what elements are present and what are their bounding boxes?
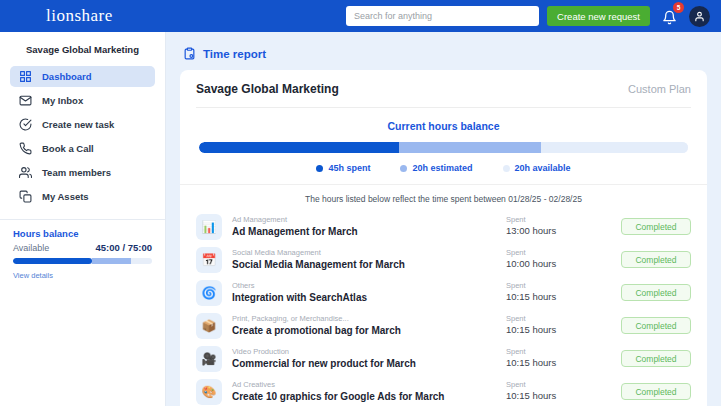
notifications-button[interactable]: 5 [662,7,680,25]
sidebar-item-my-inbox[interactable]: My Inbox [10,90,155,111]
status-badge: Completed [621,284,691,301]
sidebar-item-label: My Assets [42,191,89,202]
status-badge: Completed [621,218,691,235]
status-badge: Completed [621,350,691,367]
legend-label: 20h available [515,163,571,173]
hours-balance-title: Hours balance [13,228,152,239]
sidebar-item-label: Dashboard [42,71,92,82]
spent-label: Spent [506,281,621,291]
legend-item: 20h estimated [400,163,472,173]
task-row[interactable]: 🌀 Others Integration with SearchAtlas Sp… [196,279,691,306]
task-category: Social Media Management [232,248,506,258]
balance-title: Current hours balance [196,120,691,132]
task-category-icon: 📦 [196,313,222,339]
sidebar: Savage Global Marketing Dashboard My Inb… [0,32,166,406]
bar-segment-available [541,142,688,153]
dashboard-icon [19,70,32,83]
spent-value: 13:00 hours [506,225,621,237]
task-category-icon: 📅 [196,247,222,273]
hours-balance-bar [199,142,688,153]
sidebar-item-label: Create new task [42,119,114,130]
available-label: Available [13,243,49,253]
task-title: Ad Management for March [232,225,506,238]
sidebar-item-label: Team members [42,167,111,178]
legend-item: 20h available [503,163,571,173]
task-category: Video Production [232,347,506,357]
task-row[interactable]: 📅 Social Media Management Social Media M… [196,246,691,273]
task-category: Others [232,281,506,291]
task-category-icon: 🎨 [196,379,222,405]
spent-value: 10:15 hours [506,357,621,369]
task-title: Integration with SearchAtlas [232,291,506,304]
task-title: Create a promotional bag for March [232,324,506,337]
sidebar-item-dashboard[interactable]: Dashboard [10,66,155,87]
task-row[interactable]: 🎨 Ad Creatives Create 10 graphics for Go… [196,378,691,405]
card-header: Savage Global Marketing Custom Plan [196,70,691,108]
assets-icon [19,190,32,203]
status-badge: Completed [621,317,691,334]
workspace-title: Savage Global Marketing [0,38,165,66]
divider [180,184,707,185]
task-row[interactable]: 📊 Ad Management Ad Management for March … [196,213,691,240]
task-category-icon: 📊 [196,214,222,240]
task-row[interactable]: 🎥 Video Production Commercial for new pr… [196,345,691,372]
create-new-request-button[interactable]: Create new request [547,6,650,26]
task-row[interactable]: 📦 Print, Packaging, or Merchandise... Cr… [196,312,691,339]
sidebar-item-label: Book a Call [42,143,94,154]
inbox-icon [19,94,32,107]
page-title: Time report [183,47,707,60]
view-details-link[interactable]: View details [13,271,53,280]
hours-progress-bar [13,258,152,264]
user-avatar[interactable] [689,6,710,27]
legend-label: 20h estimated [412,163,472,173]
spent-value: 10:15 hours [506,324,621,336]
date-range-note: The hours listed below reflect the time … [196,194,691,204]
main-content: Time report Savage Global Marketing Cust… [166,32,721,406]
sidebar-item-team-members[interactable]: Team members [10,162,155,183]
task-category: Ad Creatives [232,380,506,390]
app-window: lionshare Create new request 5 Savage Gl… [0,0,721,406]
spent-label: Spent [506,248,621,258]
sidebar-item-my-assets[interactable]: My Assets [10,186,155,207]
task-category-icon: 🎥 [196,346,222,372]
task-category-icon: 🌀 [196,280,222,306]
task-title: Commercial for new product for March [232,357,506,370]
hours-balance-widget: Hours balance Available 45:00 / 75:00 Vi… [0,219,165,290]
sidebar-item-book-a-call[interactable]: Book a Call [10,138,155,159]
phone-icon [19,142,32,155]
plan-label: Custom Plan [628,83,691,95]
task-title: Create 10 graphics for Google Ads for Ma… [232,390,506,403]
hours-progress-spent [13,258,92,264]
client-name: Savage Global Marketing [196,82,339,96]
legend-dot-icon [316,165,323,172]
spent-value: 10:15 hours [506,291,621,303]
legend-label: 45h spent [328,163,370,173]
spent-label: Spent [506,380,621,390]
legend-dot-icon [503,165,510,172]
check-circle-icon [19,118,32,131]
top-bar: lionshare Create new request 5 [0,0,721,32]
sidebar-item-create-new-task[interactable]: Create new task [10,114,155,135]
search-input[interactable] [346,6,539,26]
legend-dot-icon [400,165,407,172]
sidebar-item-label: My Inbox [42,95,83,106]
hours-progress-estimated [92,258,131,264]
legend-item: 45h spent [316,163,370,173]
spent-value: 10:15 hours [506,390,621,402]
task-list: 📊 Ad Management Ad Management for March … [196,213,691,405]
status-badge: Completed [621,383,691,400]
task-category: Print, Packaging, or Merchandise... [232,314,506,324]
time-report-icon [183,47,196,60]
bar-segment-estimated [399,142,541,153]
task-title: Social Media Management for March [232,258,506,271]
bar-segment-spent [199,142,399,153]
bar-legend: 45h spent 20h estimated 20h available [196,163,691,173]
status-badge: Completed [621,251,691,268]
spent-value: 10:00 hours [506,258,621,270]
time-report-card: Savage Global Marketing Custom Plan Curr… [180,70,707,406]
spent-label: Spent [506,314,621,324]
user-icon [694,11,705,22]
notification-badge: 5 [673,2,684,13]
app-logo: lionshare [46,6,113,26]
spent-label: Spent [506,215,621,225]
